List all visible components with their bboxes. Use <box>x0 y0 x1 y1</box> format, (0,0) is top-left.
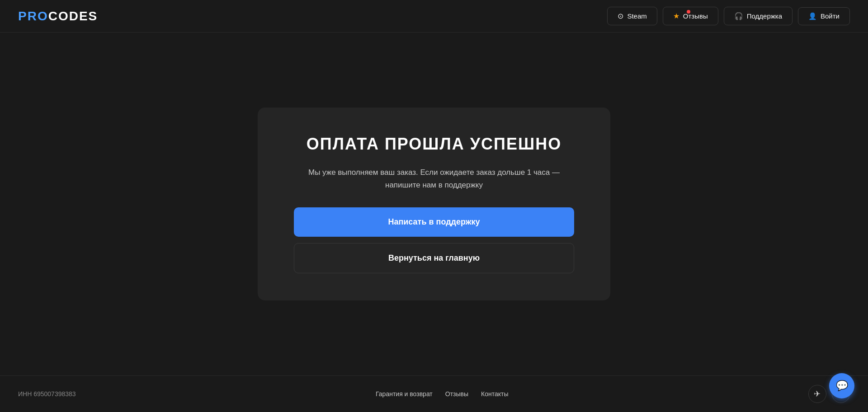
steam-icon: ⊙ <box>618 12 623 20</box>
contact-support-button[interactable]: Написать в поддержку <box>294 207 574 237</box>
headset-icon: 🎧 <box>734 12 743 20</box>
footer: ИНН 695007398383 Гарантия и возврат Отзы… <box>0 375 868 412</box>
star-icon: ★ <box>673 12 679 20</box>
telegram-button[interactable]: ✈ <box>808 385 826 403</box>
go-home-button[interactable]: Вернуться на главную <box>294 243 574 273</box>
success-description: Мы уже выполняем ваш заказ. Если ожидает… <box>294 166 574 191</box>
inn-text: ИНН 695007398383 <box>18 390 76 398</box>
login-label: Войти <box>821 12 840 20</box>
login-button[interactable]: 👤 Войти <box>798 7 850 25</box>
footer-link-contacts[interactable]: Контакты <box>481 390 508 398</box>
footer-links: Гарантия и возврат Отзывы Контакты <box>376 390 509 398</box>
user-icon: 👤 <box>808 12 817 20</box>
description-line2: напишите нам в поддержку <box>385 181 483 189</box>
footer-link-guarantee[interactable]: Гарантия и возврат <box>376 390 433 398</box>
nav-buttons: ⊙ Steam ★ Отзывы 🎧 Поддержка 👤 Войти <box>607 7 850 25</box>
logo-suffix: CODES <box>48 9 98 23</box>
logo-prefix: PRO <box>18 9 48 23</box>
chat-button[interactable]: 💬 <box>829 373 854 398</box>
footer-link-reviews[interactable]: Отзывы <box>445 390 468 398</box>
telegram-icon: ✈ <box>814 389 821 399</box>
reviews-button[interactable]: ★ Отзывы <box>663 7 718 25</box>
header: PROCODES ⊙ Steam ★ Отзывы 🎧 Поддержка 👤 … <box>0 0 868 33</box>
reviews-label: Отзывы <box>683 12 708 20</box>
steam-button[interactable]: ⊙ Steam <box>607 7 657 25</box>
support-button[interactable]: 🎧 Поддержка <box>724 7 793 25</box>
steam-label: Steam <box>627 12 646 20</box>
success-title: ОПЛАТА ПРОШЛА УСПЕШНО <box>294 135 574 154</box>
main-content: ОПЛАТА ПРОШЛА УСПЕШНО Мы уже выполняем в… <box>0 33 868 375</box>
description-line1: Мы уже выполняем ваш заказ. Если ожидает… <box>308 168 560 177</box>
success-card: ОПЛАТА ПРОШЛА УСПЕШНО Мы уже выполняем в… <box>258 108 610 300</box>
logo[interactable]: PROCODES <box>18 9 98 23</box>
chat-icon: 💬 <box>836 380 848 392</box>
support-label: Поддержка <box>747 12 782 20</box>
